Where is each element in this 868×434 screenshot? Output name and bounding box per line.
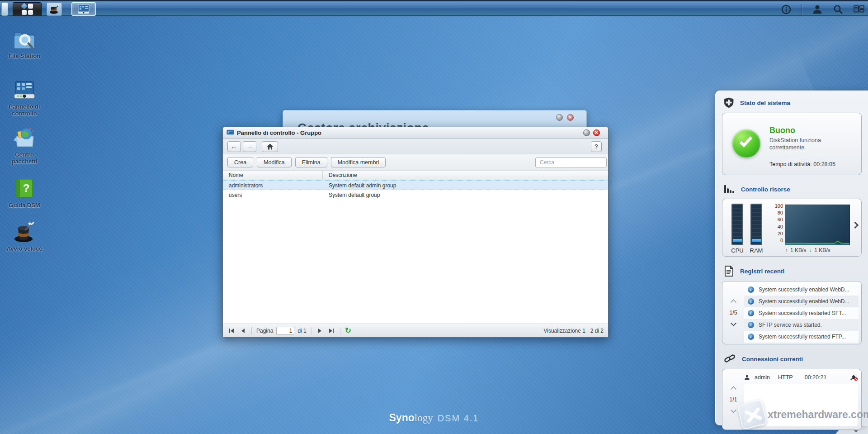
main-menu-icon [22, 4, 33, 15]
upload-icon: ↑ [785, 247, 788, 253]
user-menu-button[interactable] [812, 4, 823, 15]
info-icon [781, 5, 791, 14]
next-page-button[interactable] [316, 327, 324, 335]
separator [340, 327, 340, 334]
package-center-icon [13, 126, 36, 149]
log-entry[interactable]: i System successfully restarted SFT... [744, 307, 859, 319]
modify-button[interactable]: Modifica [257, 157, 292, 167]
refresh-button[interactable]: ↻ [345, 327, 351, 334]
minimize-button[interactable] [556, 114, 563, 121]
logs-page-indicator: 1/5 [729, 310, 737, 316]
first-page-button[interactable] [227, 327, 236, 335]
resource-detail-arrow[interactable] [852, 222, 859, 229]
link-icon [724, 353, 736, 364]
help-button[interactable]: ? [591, 141, 602, 152]
control-panel-icon [13, 78, 36, 101]
log-entry[interactable]: i System successfully enabled WebD... [744, 284, 859, 296]
log-list: i System successfully enabled WebD... i … [744, 284, 859, 343]
status-value: Buono [769, 126, 795, 135]
connections-page-up-button[interactable] [731, 386, 736, 392]
control-panel-task-icon [78, 4, 90, 14]
cpu-usage-bar [733, 239, 742, 242]
desktop-icon-package-center[interactable]: Centro pacchetti [3, 126, 46, 165]
search-box[interactable] [535, 157, 607, 167]
cpu-label: CPU [731, 247, 744, 254]
connections-page-down-button[interactable] [731, 407, 736, 413]
recent-logs-box: 1/5 i System successfully enabled WebD..… [722, 281, 862, 344]
connection-protocol: HTTP [778, 374, 793, 381]
system-status-box: Buono DiskStation funziona correttamente… [722, 113, 862, 175]
taskbar-task-control-panel[interactable] [71, 2, 96, 16]
log-entry[interactable]: i System successfully restarted FTP... [744, 331, 859, 343]
window-titlebar[interactable]: Pannello di controllo - Gruppo × [223, 127, 608, 139]
svg-text:?: ? [23, 182, 30, 194]
table-header[interactable]: Nome Descrizione [223, 171, 608, 180]
home-button[interactable] [262, 141, 278, 152]
disconnect-icon[interactable] [849, 374, 858, 381]
separator [251, 327, 252, 334]
log-entry[interactable]: i SFTP service was started. [744, 319, 859, 331]
window-nav-bar: ← → ? [223, 139, 608, 154]
search-button[interactable] [833, 4, 844, 15]
system-status-header: Stato del sistema [716, 91, 868, 111]
forward-button[interactable]: → [243, 141, 256, 152]
recent-logs-header: Registri recenti [716, 259, 868, 279]
upload-rate: 1 KB/s [790, 247, 806, 253]
widget-title: Connessioni correnti [742, 356, 803, 362]
log-entry[interactable]: i System successfully enabled WebD... [744, 296, 859, 307]
download-rate: 1 KB/s [814, 247, 830, 253]
minimize-button[interactable] [583, 129, 590, 136]
column-header-name[interactable]: Nome [223, 171, 323, 180]
help-book-icon: ? [13, 176, 36, 200]
delete-button[interactable]: Elimina [295, 157, 327, 167]
widget-title: Stato del sistema [740, 100, 790, 106]
desktop-icon-label: Centro pacchetti [3, 151, 46, 165]
user-icon [812, 4, 823, 15]
taskbar [0, 0, 868, 16]
logs-page-down-button[interactable] [731, 320, 736, 326]
create-button[interactable]: Crea [227, 157, 253, 167]
uptime-text: Tempo di attività: 00:28:05 [769, 161, 835, 167]
close-button[interactable]: × [567, 114, 574, 121]
table-row[interactable]: administrators System default admin grou… [223, 180, 608, 190]
table-row[interactable]: users System default group [223, 190, 608, 200]
info-icon: i [748, 298, 754, 305]
connection-row[interactable]: admin HTTP 00:20:21 [744, 372, 858, 383]
window-control-panel-group: Pannello di controllo - Gruppo × ← → ? C… [222, 127, 609, 338]
network-stats: ↑ 1 KB/s ↓ 1 KB/s [785, 247, 830, 253]
quick-launch-button[interactable] [47, 2, 62, 16]
logs-page-up-button[interactable] [731, 299, 736, 305]
desktop: File Station Pannello di controllo Centr… [0, 0, 868, 434]
connection-time: 00:20:21 [805, 374, 827, 381]
widgets-toggle-button[interactable] [854, 4, 864, 15]
shield-icon [724, 97, 734, 108]
download-icon: ↓ [809, 247, 811, 253]
close-button[interactable]: × [593, 129, 600, 136]
main-menu-button[interactable] [13, 2, 42, 16]
network-graph-lines [785, 205, 849, 245]
bar-chart-icon [724, 184, 735, 194]
desktop-icon-quick-start[interactable]: Avvio veloce [3, 220, 46, 252]
desktop-icon-control-panel[interactable]: Pannello di controllo [3, 78, 46, 117]
modify-members-button[interactable]: Modifica membri [331, 157, 386, 167]
desktop-icon-dsm-help[interactable]: ? Guida DSM [3, 176, 46, 209]
cpu-gauge: CPU [731, 204, 744, 254]
magic-hat-icon [13, 220, 36, 243]
resource-monitor-box: CPU RAM 100 80 60 40 20 0 ↑ [722, 199, 862, 257]
search-icon [833, 4, 844, 15]
show-desktop-button[interactable] [1, 2, 8, 16]
column-header-description[interactable]: Descrizione [323, 171, 357, 180]
desktop-icon-label: Guida DSM [3, 202, 46, 209]
window-icon [226, 129, 234, 136]
desktop-icon-file-station[interactable]: File Station [3, 27, 46, 59]
info-button[interactable] [781, 4, 792, 15]
info-icon: i [748, 322, 754, 328]
search-input[interactable] [540, 159, 609, 166]
connections-header: Connessioni correnti [716, 347, 868, 367]
last-page-button[interactable] [327, 327, 335, 335]
back-button[interactable]: ← [227, 141, 241, 152]
page-number-input[interactable] [276, 327, 294, 335]
brand-bold: Syno [389, 412, 415, 424]
previous-page-button[interactable] [239, 327, 247, 335]
brand-version: DSM 4.1 [438, 413, 479, 423]
